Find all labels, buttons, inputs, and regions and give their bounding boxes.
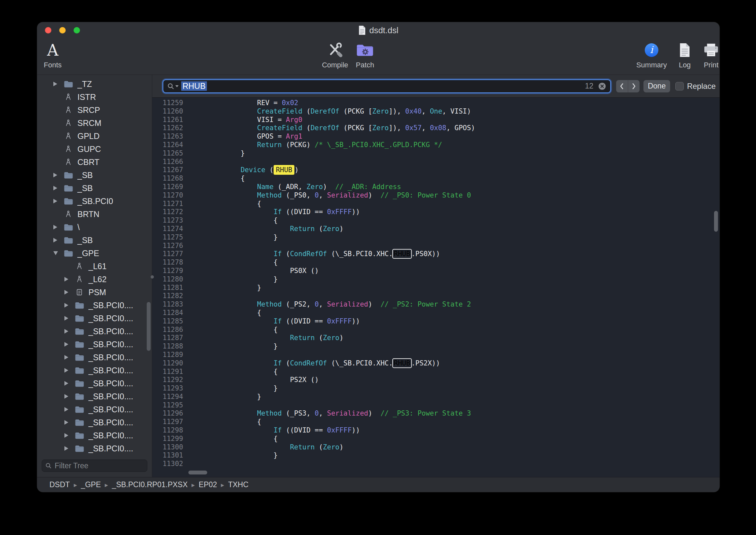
tree-item-istr[interactable]: ISTR (37, 91, 152, 103)
breadcrumb-item[interactable]: _SB.PCI0.RP01.PXSX (112, 480, 188, 489)
replace-label: Replace (687, 82, 716, 91)
tree-item-sbpci0[interactable]: _SB.PCI0.... (37, 377, 152, 390)
zoom-window-button[interactable] (73, 27, 80, 34)
tree-item-sb[interactable]: _SB (37, 169, 152, 182)
tree-item-label: _SB.PCI0.... (89, 327, 133, 336)
disclosure-triangle-icon[interactable] (53, 186, 63, 190)
code-line: 11282 (152, 292, 719, 300)
code-line: 11292 PS2X () (152, 376, 719, 384)
code-line: 11266 (152, 158, 719, 166)
find-next-button[interactable] (628, 80, 639, 93)
tree-item-l61[interactable]: _L61 (37, 260, 152, 273)
disclosure-triangle-icon[interactable] (53, 251, 63, 255)
tree-item-sbpci0[interactable]: _SB.PCI0.... (37, 429, 152, 442)
fonts-button[interactable]: A Fonts (43, 41, 62, 69)
breadcrumb-item[interactable]: TXHC (228, 480, 249, 489)
done-button[interactable]: Done (643, 80, 670, 93)
tree-item-tz[interactable]: _TZ (37, 77, 152, 91)
disclosure-triangle-icon[interactable] (65, 368, 74, 373)
code-line-text: { (191, 435, 278, 443)
tree-item-l62[interactable]: _L62 (37, 273, 152, 286)
disclosure-triangle-icon[interactable] (65, 303, 74, 308)
folder-icon (63, 224, 73, 231)
disclosure-triangle-icon[interactable] (65, 290, 74, 295)
print-button[interactable]: Print (703, 41, 719, 69)
tree-item-gpld[interactable]: GPLD (37, 129, 152, 143)
tree-item-sbpci0[interactable]: _SB.PCI0.... (37, 299, 152, 312)
disclosure-triangle-icon[interactable] (65, 381, 74, 386)
tree-item-sbpci0[interactable]: _SB.PCI0.... (37, 364, 152, 377)
disclosure-triangle-icon[interactable] (65, 446, 74, 451)
sidebar-scrollbar-thumb[interactable] (147, 302, 150, 351)
tree-item-sbpci0[interactable]: _SB.PCI0.... (37, 455, 152, 458)
find-input[interactable]: RHUB 12 (163, 79, 611, 93)
line-number: 11293 (152, 384, 183, 393)
tree-item-sbpci0[interactable]: _SB.PCI0.... (37, 338, 152, 351)
disclosure-triangle-icon[interactable] (65, 407, 74, 412)
code-line-text: If (CondRefOf (\_SB.PCI0.XHC.RHUB.PS2X)) (191, 359, 440, 368)
disclosure-triangle-icon[interactable] (53, 199, 63, 203)
code-line: 11273 { (152, 216, 719, 225)
breadcrumb-item[interactable]: DSDT (49, 480, 70, 489)
tree-item-cbrt[interactable]: CBRT (37, 155, 152, 169)
minimize-window-button[interactable] (59, 27, 66, 34)
code-line: 11291 { (152, 368, 719, 376)
breadcrumb-item[interactable]: _GPE (81, 480, 101, 489)
clear-search-icon[interactable] (598, 82, 607, 91)
filter-tree-input[interactable] (55, 462, 144, 470)
tree-item-gupc[interactable]: GUPC (37, 143, 152, 155)
filter-field[interactable] (41, 460, 148, 472)
find-previous-button[interactable] (616, 80, 628, 93)
code-line-text: Return (Zero) (191, 225, 343, 233)
tree-item-gpe[interactable]: _GPE (37, 247, 152, 260)
disclosure-triangle-icon[interactable] (65, 355, 74, 360)
disclosure-triangle-icon[interactable] (65, 342, 74, 347)
disclosure-triangle-icon[interactable] (53, 225, 63, 229)
code-line-text: If ((DVID == 0xFFFF)) (191, 208, 360, 216)
tree-item-sbpci0[interactable]: _SB.PCI0.... (37, 416, 152, 429)
editor-vertical-scrollbar-thumb[interactable] (714, 211, 718, 232)
tree-item-sbpci0[interactable]: _SB.PCI0.... (37, 442, 152, 455)
tree-item-sbpci0[interactable]: _SB.PCI0.... (37, 390, 152, 403)
code-editor[interactable]: 11259 REV = 0x0211260 CreateField (Deref… (152, 98, 719, 477)
code-line-text: REV = 0x02 (191, 99, 298, 107)
disclosure-triangle-icon[interactable] (65, 316, 74, 321)
patch-button[interactable]: Patch (356, 41, 374, 69)
tree-item-srcp[interactable]: SRCP (37, 103, 152, 117)
log-button[interactable]: Log (679, 41, 691, 69)
disclosure-triangle-icon[interactable] (65, 433, 74, 438)
tree-item-sbpci0[interactable]: _SB.PCI0.... (37, 403, 152, 416)
disclosure-triangle-icon[interactable] (65, 277, 74, 281)
disclosure-triangle-icon[interactable] (65, 420, 74, 425)
acpi-tree[interactable]: _TZISTRSRCPSRCMGPLDGUPCCBRT_SB_SB_SB.PCI… (37, 75, 152, 458)
tree-item-sb[interactable]: _SB (37, 234, 152, 247)
disclosure-triangle-icon[interactable] (53, 82, 63, 86)
summary-button[interactable]: i Summary (636, 41, 667, 69)
disclosure-triangle-icon[interactable] (53, 173, 63, 177)
code-line-text: { (191, 418, 261, 426)
tree-item-brtn[interactable]: BRTN (37, 208, 152, 221)
tree-item-psm[interactable]: PSM (37, 286, 152, 299)
tree-item-srcm[interactable]: SRCM (37, 117, 152, 129)
disclosure-triangle-icon[interactable] (65, 329, 74, 334)
titlebar[interactable]: dsdt.dsl (37, 22, 719, 39)
folder-icon (74, 380, 85, 387)
compile-button[interactable]: Compile (322, 41, 348, 69)
disclosure-triangle-icon[interactable] (53, 238, 63, 242)
tree-item-sbpci0[interactable]: _SB.PCI0.... (37, 325, 152, 338)
method-icon (63, 106, 73, 114)
tree-item-sbpci0[interactable]: _SB.PCI0.... (37, 351, 152, 364)
search-menu-icon[interactable] (167, 83, 178, 90)
code-line-text: VISI = Arg0 (191, 116, 302, 124)
tree-item-sb[interactable]: _SB (37, 182, 152, 195)
tree-item-root[interactable]: \ (37, 221, 152, 234)
tree-item-sbpci0[interactable]: _SB.PCI0 (37, 195, 152, 208)
code-line: 11262 CreateField (DerefOf (PCKG [Zero])… (152, 124, 719, 132)
splitter-handle[interactable] (150, 275, 154, 279)
editor-horizontal-scrollbar-thumb[interactable] (188, 470, 207, 474)
disclosure-triangle-icon[interactable] (65, 394, 74, 399)
tree-item-sbpci0[interactable]: _SB.PCI0.... (37, 312, 152, 325)
close-window-button[interactable] (45, 27, 51, 34)
replace-checkbox[interactable] (675, 82, 684, 91)
breadcrumb-item[interactable]: EP02 (199, 480, 217, 489)
